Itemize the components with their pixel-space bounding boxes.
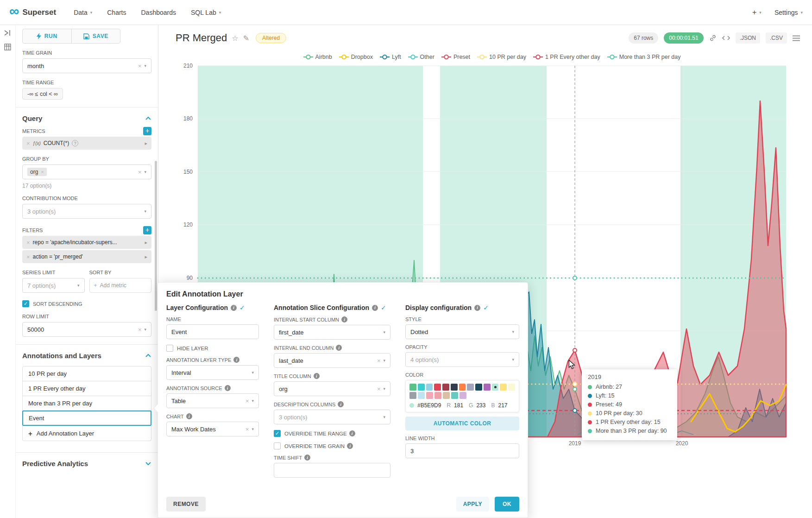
ok-button[interactable]: OK: [495, 497, 519, 512]
nav-item[interactable]: SQL Lab▾: [191, 9, 221, 16]
legend-item[interactable]: Airbnb: [303, 54, 332, 60]
save-button[interactable]: SAVE: [71, 29, 120, 43]
color-swatch[interactable]: [426, 384, 433, 391]
legend-item[interactable]: Lyft: [380, 54, 401, 60]
info-icon: i: [349, 430, 355, 436]
row-limit-select[interactable]: 50000 × ▾: [22, 322, 151, 337]
time-shift-input[interactable]: [274, 463, 390, 478]
remove-icon[interactable]: ×: [26, 253, 30, 260]
color-swatch[interactable]: [460, 392, 466, 399]
datasource-grid-icon[interactable]: [4, 44, 11, 52]
menu-hamburger-icon[interactable]: [793, 35, 800, 41]
override-time-range-checkbox[interactable]: ✓ OVERRIDE TIME RANGEi: [274, 430, 390, 437]
remove-icon[interactable]: ×: [41, 169, 44, 175]
remove-button[interactable]: REMOVE: [166, 497, 206, 512]
interval-end-select[interactable]: last_date × ▾: [274, 353, 390, 368]
clear-icon[interactable]: ×: [138, 169, 142, 176]
color-swatch[interactable]: [508, 384, 515, 391]
annotation-source-select[interactable]: Table × ▾: [166, 393, 259, 408]
superset-logo[interactable]: ∞ Superset: [9, 6, 56, 18]
color-swatch[interactable]: [434, 384, 441, 391]
color-swatch[interactable]: [475, 384, 482, 391]
color-swatch[interactable]: [443, 392, 450, 399]
color-swatch[interactable]: [492, 384, 499, 391]
export-csv-button[interactable]: .CSV: [766, 32, 787, 44]
collapse-panel-icon[interactable]: [4, 30, 12, 38]
add-metric-button[interactable]: +: [143, 127, 151, 135]
color-swatch[interactable]: [451, 384, 458, 391]
group-by-tag[interactable]: org ×: [27, 168, 47, 176]
color-swatch[interactable]: [459, 384, 466, 391]
clear-icon[interactable]: ×: [377, 357, 381, 364]
add-new-button[interactable]: + ▾: [752, 8, 762, 17]
nav-item[interactable]: Data▾: [74, 9, 92, 16]
color-swatch[interactable]: [426, 392, 433, 399]
title-column-select[interactable]: org × ▾: [274, 381, 390, 396]
annotation-layer-item[interactable]: Event: [22, 411, 151, 426]
export-json-button[interactable]: .JSON: [736, 32, 760, 44]
settings-menu[interactable]: Settings ▾: [774, 9, 803, 16]
sort-descending-checkbox[interactable]: ✓ SORT DESCENDING: [22, 300, 151, 307]
nav-item[interactable]: Dashboards: [141, 9, 176, 16]
share-link-icon[interactable]: [709, 34, 717, 42]
apply-button[interactable]: APPLY: [456, 497, 489, 512]
legend-item[interactable]: Other: [408, 54, 434, 60]
sort-by-add-metric[interactable]: + Add metric: [89, 278, 152, 293]
group-by-select[interactable]: org × × ▾: [22, 164, 151, 179]
automatic-color-button[interactable]: AUTOMATIC COLOR: [405, 417, 519, 430]
predictive-section-header[interactable]: Predictive Analytics: [22, 453, 151, 469]
clear-icon[interactable]: ×: [245, 398, 249, 404]
color-swatch[interactable]: [409, 392, 416, 399]
chart-select[interactable]: Max Work Dates × ▾: [166, 422, 259, 436]
contribution-mode-select[interactable]: 3 option(s) ▾: [22, 204, 151, 219]
color-swatch[interactable]: [484, 384, 491, 391]
legend-item[interactable]: Dropbox: [339, 54, 373, 60]
add-filter-button[interactable]: +: [143, 226, 151, 234]
annotation-layer-item[interactable]: 1 PR Every other day: [22, 381, 151, 396]
filter-pill[interactable]: × repo = 'apache/incubator-supers... ▸: [22, 236, 151, 249]
legend-item[interactable]: Preset: [441, 54, 470, 60]
remove-icon[interactable]: ×: [26, 239, 30, 246]
annotation-layer-type-select[interactable]: Interval ▾: [166, 365, 259, 380]
name-input[interactable]: [166, 324, 259, 339]
description-columns-select[interactable]: 3 option(s) ▾: [274, 410, 390, 424]
metric-pill[interactable]: × ƒ(x) COUNT(*) ? ▸: [22, 137, 151, 150]
color-swatch[interactable]: [434, 392, 441, 399]
color-swatch[interactable]: [418, 392, 425, 399]
nav-item[interactable]: Charts: [107, 9, 126, 16]
annotations-section-header[interactable]: Annotations and Layers: [22, 345, 151, 361]
favorite-star-icon[interactable]: ☆: [232, 34, 238, 43]
annotation-layer-item[interactable]: More than 3 PR per day: [22, 396, 151, 411]
color-swatch[interactable]: [409, 384, 416, 391]
legend-item[interactable]: More than 3 PR per day: [607, 54, 681, 60]
clear-icon[interactable]: ×: [138, 326, 142, 333]
run-button[interactable]: RUN: [23, 29, 71, 43]
panel-scrollbar[interactable]: [155, 161, 157, 311]
interval-start-select[interactable]: first_date ▾: [274, 325, 390, 340]
hide-layer-checkbox[interactable]: HIDE LAYER: [166, 345, 259, 352]
remove-icon[interactable]: ×: [26, 140, 30, 147]
line-width-input[interactable]: [405, 443, 519, 458]
filter-pill[interactable]: × action = 'pr_merged' ▸: [22, 250, 151, 263]
color-swatch[interactable]: [451, 392, 458, 399]
color-swatch[interactable]: [418, 384, 425, 391]
edit-pencil-icon[interactable]: ✎: [243, 34, 249, 43]
legend-item[interactable]: 10 PR per day: [477, 54, 526, 60]
clear-icon[interactable]: ×: [245, 426, 249, 433]
annotation-layer-item[interactable]: 10 PR per day: [22, 366, 151, 381]
opacity-select[interactable]: 4 option(s) ▾: [405, 352, 519, 367]
color-swatch[interactable]: [500, 384, 507, 391]
embed-code-icon[interactable]: [722, 35, 730, 41]
override-time-grain-checkbox[interactable]: OVERRIDE TIME GRAINi: [274, 442, 390, 449]
add-annotation-layer-button[interactable]: + Add Annotation Layer: [22, 426, 151, 441]
clear-icon[interactable]: ×: [377, 385, 381, 392]
series-limit-select[interactable]: 7 option(s) ▾: [22, 278, 85, 293]
clear-icon[interactable]: ×: [138, 63, 142, 69]
time-grain-select[interactable]: month × ▾: [22, 58, 151, 73]
color-swatch[interactable]: [467, 384, 474, 391]
legend-item[interactable]: 1 PR Every other day: [533, 54, 600, 60]
color-swatch[interactable]: [442, 384, 449, 391]
style-select[interactable]: Dotted ▾: [405, 324, 519, 339]
time-range-pill[interactable]: -∞ ≤ col < ∞: [22, 88, 63, 100]
query-section-header[interactable]: Query: [22, 107, 151, 124]
